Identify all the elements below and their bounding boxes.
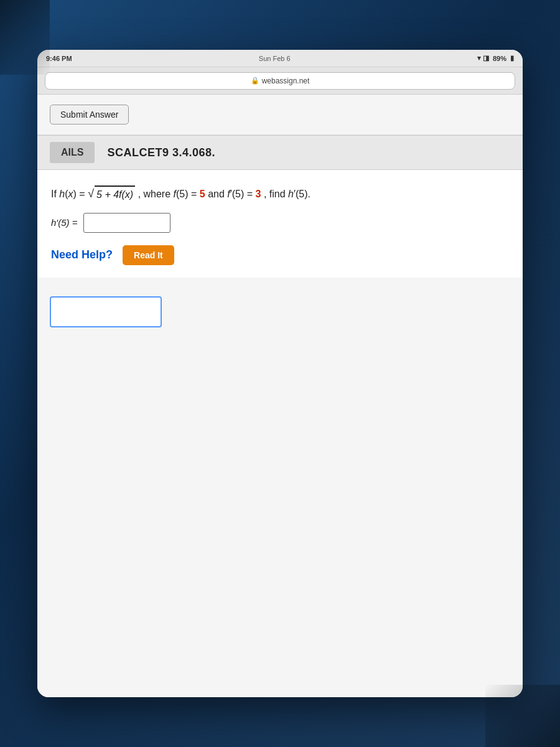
- f-value: 5: [200, 189, 205, 199]
- question-content: If h(x) = √ 5 + 4f(x) , where f(5) = 5 a…: [37, 170, 523, 278]
- ipad-frame: 9:46 PM Sun Feb 6 ▾ ◨ 89% ▮ 🔒 webassign.…: [37, 50, 523, 697]
- bottom-section: [37, 278, 523, 346]
- text-prefix: If h(x) =: [51, 189, 88, 199]
- question-area: AILS SCALCET9 3.4.068. If h(x) = √ 5 + 4…: [37, 135, 523, 278]
- text-and: and f′(5) =: [208, 189, 255, 199]
- need-help-row: Need Help? Read It: [51, 245, 509, 265]
- sqrt-expression: √ 5 + 4f(x): [88, 185, 135, 203]
- details-header: AILS SCALCET9 3.4.068.: [37, 135, 523, 170]
- answer-input[interactable]: [83, 213, 170, 233]
- status-bar: 9:46 PM Sun Feb 6 ▾ ◨ 89% ▮: [37, 50, 523, 67]
- wifi-icon: ▾ ◨: [477, 54, 489, 62]
- need-help-label: Need Help?: [51, 248, 113, 261]
- status-right: ▾ ◨ 89% ▮: [477, 54, 514, 62]
- question-text: If h(x) = √ 5 + 4f(x) , where f(5) = 5 a…: [51, 185, 509, 203]
- submit-answer-button[interactable]: Submit Answer: [50, 105, 129, 125]
- text-suffix: , find h′(5).: [264, 189, 310, 199]
- details-label: AILS: [50, 142, 95, 163]
- problem-id: SCALCET9 3.4.068.: [107, 146, 215, 159]
- text-where: , where f(5) =: [138, 189, 200, 199]
- url-text: webassign.net: [262, 77, 310, 85]
- page-content: Submit Answer AILS SCALCET9 3.4.068. If …: [37, 95, 523, 697]
- url-bar[interactable]: 🔒 webassign.net: [45, 72, 515, 90]
- sqrt-symbol: √: [88, 185, 94, 203]
- bottom-input-box[interactable]: [50, 296, 162, 327]
- fprime-value: 3: [256, 189, 261, 199]
- answer-row: h′(5) =: [51, 213, 509, 233]
- top-section: Submit Answer: [37, 95, 523, 135]
- lock-icon: 🔒: [251, 77, 259, 85]
- battery-icon: ▮: [510, 54, 514, 62]
- answer-label: h′(5) =: [51, 217, 77, 228]
- status-date: Sun Feb 6: [259, 55, 291, 62]
- browser-bar: 🔒 webassign.net: [37, 67, 523, 95]
- sqrt-content: 5 + 4f(x): [95, 186, 135, 203]
- status-time: 9:46 PM: [46, 55, 72, 62]
- read-it-button[interactable]: Read It: [123, 245, 174, 265]
- battery-text: 89%: [493, 55, 506, 62]
